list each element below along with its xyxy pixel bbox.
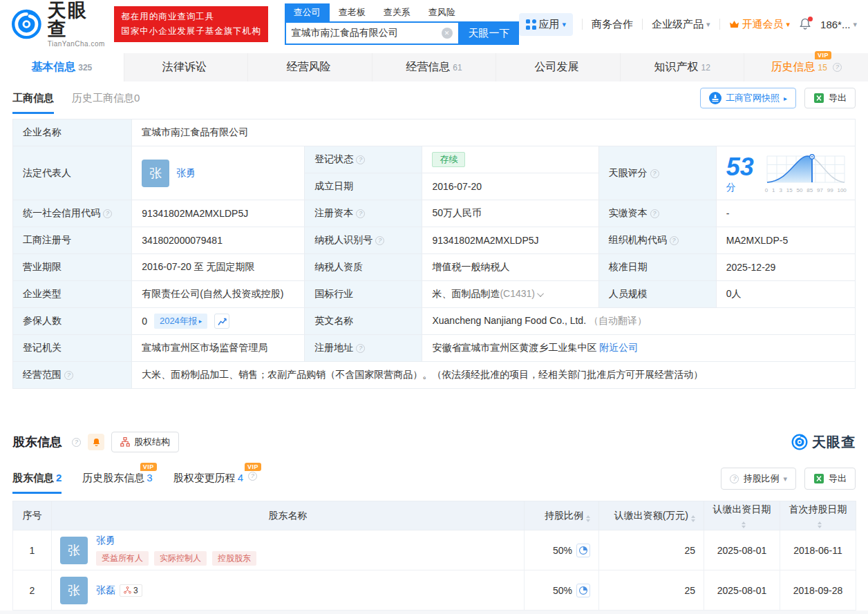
question-icon[interactable] [64,371,73,380]
question-icon[interactable] [356,344,365,353]
shareholder-avatar[interactable]: 张 [60,537,88,564]
question-icon[interactable] [650,209,659,218]
question-icon[interactable] [103,209,112,218]
question-icon[interactable] [356,155,365,164]
search-tab-boss[interactable]: 查老板 [330,3,375,21]
apps-grid-icon [526,19,536,30]
table-header-row: 序号 股东名称 持股比例 认缴出资额(万元) 认缴出资日期 首次持股日期 [13,501,856,530]
tab-company-development[interactable]: 公司发展 [496,53,621,81]
tab-basic-info[interactable]: 基本信息325 [0,53,124,81]
insured-trend-button[interactable] [214,314,229,329]
divider [642,19,643,30]
search-area: 查公司 查老板 查关系 查风险 天眼一下 [285,3,519,45]
nav-vip-upgrade[interactable]: 开通会员 [729,18,791,31]
score-distribution-chart: 0131550859799100 [765,153,847,193]
tab-intellectual-property[interactable]: 知识产权12 [621,53,745,81]
question-icon[interactable] [356,209,365,218]
col-first-date[interactable]: 首次持股日期 [780,501,856,530]
shareholders-title: 股东信息 [12,434,62,450]
shareholder-name-link[interactable]: 张勇 [96,535,115,547]
shareholders-section: 股东信息 股权结构 [0,432,868,611]
field-en-name-value: Xuancheng Nanjiang Food Co., Ltd. （自动翻译） [422,308,856,335]
subtab-history-business-info[interactable]: 历史工商信息0 [72,83,140,114]
field-org-code-value: MA2MXLDP-5 [716,227,855,254]
monitor-bell-button[interactable] [88,434,104,450]
tab-operation-risk[interactable]: 经营风险 [248,53,372,81]
ratio-filter-dropdown[interactable]: 持股比例 [721,468,796,490]
shareholders-table: 序号 股东名称 持股比例 认缴出资额(万元) 认缴出资日期 首次持股日期 1 张… [12,501,856,611]
field-industry-value: 米、面制品制造(C1431) [422,281,598,308]
shareholder-avatar[interactable]: 张 [60,577,88,604]
clear-search-icon[interactable] [442,28,453,39]
question-icon[interactable] [670,236,679,245]
field-taxpayer-id-value: 91341802MA2MXLDP5J [422,227,598,254]
annual-report-badge[interactable]: 2024年报 [154,314,207,329]
excel-icon [813,93,824,104]
field-org-code-label: 组织机构代码 [598,227,716,254]
tianyancha-logo-icon [791,434,808,450]
question-icon[interactable] [248,472,257,481]
pie-chart-button[interactable] [576,584,590,597]
nav-enterprise-products[interactable]: 企业级产品 [652,18,710,31]
tag-actual-controller[interactable]: 实际控制人 [154,551,207,566]
equity-structure-button[interactable]: 股权结构 [111,432,179,452]
legal-rep-link[interactable]: 张勇 [176,167,196,180]
tab-shareholder-info[interactable]: 股东信息2 [12,472,62,494]
field-taxpayer-id-label: 纳税人识别号 [305,227,422,254]
brand-domain: TianYanCha.com [48,41,106,48]
brand-logo[interactable]: 天眼查 TianYanCha.com [11,1,106,48]
col-ratio[interactable]: 持股比例 [525,501,599,530]
notification-dot [808,17,813,21]
gongshang-snapshot-button[interactable]: 工商官网快照 [700,88,796,108]
search-input[interactable] [286,28,442,39]
col-shareholder-name: 股东名称 [52,501,525,530]
search-button[interactable]: 天眼一下 [460,21,519,45]
tab-equity-change-history[interactable]: 股权变更历程4 VIP [173,472,257,494]
field-approval-date-value: 2025-12-29 [716,254,855,281]
sort-icon[interactable] [742,521,746,528]
notification-bell[interactable] [799,18,811,30]
related-companies-badge[interactable]: 3 [120,584,142,597]
apps-menu[interactable]: 应用 [519,13,574,36]
nearby-companies-link[interactable]: 附近公司 [599,342,638,353]
pie-chart-button[interactable] [576,544,590,557]
page: 天眼查 TianYanCha.com 都在用的商业查询工具 国家中小企业发展子基… [0,0,868,614]
tianyancha-logo-icon [11,8,42,40]
col-subscribe-date[interactable]: 认缴出资日期 [704,501,780,530]
question-icon[interactable] [375,236,384,245]
sort-icon[interactable] [691,515,695,522]
sort-icon[interactable] [818,521,822,528]
chevron-down-icon [783,474,787,483]
tag-beneficial-owner[interactable]: 受益所有人 [96,551,149,566]
field-reg-status-value: 存续 [422,146,598,173]
search-tab-risk[interactable]: 查风险 [419,3,464,21]
search-tab-relation[interactable]: 查关系 [375,3,419,21]
shareholder-name-link[interactable]: 张磊 [96,584,115,597]
tab-history-shareholders[interactable]: 历史股东信息3 VIP [82,472,152,494]
tag-controlling-shareholder[interactable]: 控股股东 [212,551,256,566]
col-amount[interactable]: 认缴出资额(万元) [599,501,704,530]
user-account[interactable]: 186*... [820,19,857,30]
nav-business-cooperation[interactable]: 商务合作 [592,18,633,31]
col-seq: 序号 [13,501,52,530]
chevron-down-icon[interactable] [537,290,544,297]
tab-history-info[interactable]: 历史信息15 VIP [744,53,868,81]
trend-chart-icon [218,317,227,326]
divider [719,19,720,30]
legal-rep-avatar[interactable]: 张 [142,160,169,187]
export-button[interactable]: 导出 [804,88,856,108]
question-icon[interactable] [833,63,842,72]
stamp-icon [709,92,721,104]
sort-icon[interactable] [586,515,590,522]
search-tab-company[interactable]: 查公司 [285,3,330,21]
arrow-right-icon [199,318,202,325]
tab-operation-info[interactable]: 经营信息61 [372,53,497,81]
tab-legal-proceedings[interactable]: 法律诉讼 [124,53,249,81]
subtab-business-info[interactable]: 工商信息 [12,83,54,114]
field-en-name-label: 英文名称 [305,308,422,335]
field-established-value: 2016-07-20 [422,173,598,200]
shareholders-export-button[interactable]: 导出 [804,468,856,490]
question-icon[interactable] [72,438,81,447]
field-score-label: 天眼评分 [598,146,716,200]
question-icon[interactable] [650,169,659,178]
